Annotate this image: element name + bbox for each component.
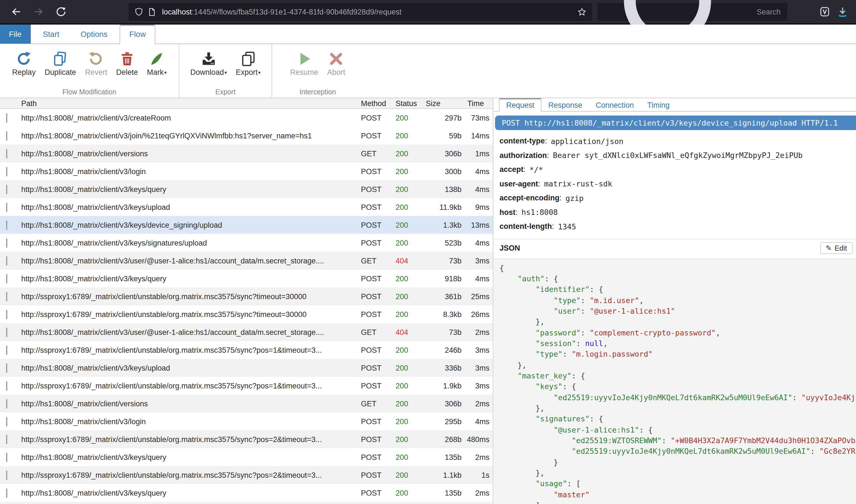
reload-button[interactable] (51, 2, 70, 21)
flow-size: 268b (420, 435, 462, 444)
flow-size: 1.1kb (420, 471, 462, 479)
menu-bar: FileStartOptionsFlow (0, 24, 856, 44)
abort-button[interactable]: Abort (327, 51, 345, 76)
flow-status: 200 (391, 453, 420, 461)
flow-size: 918b (420, 274, 462, 283)
flow-row[interactable]: http://hs1:8008/_matrix/client/v3/user/@… (0, 323, 493, 341)
tab-response[interactable]: Response (542, 100, 589, 111)
flow-type-icon (6, 238, 7, 248)
column-header-size[interactable]: Size (420, 99, 462, 107)
flow-row[interactable]: http://hs1:8008/_matrix/client/v3/keys/u… (0, 198, 493, 216)
forward-button[interactable] (29, 2, 48, 21)
flow-status: 200 (391, 203, 420, 211)
tab-timing[interactable]: Timing (640, 100, 677, 111)
flow-size: 1.3kb (420, 221, 462, 229)
flow-row[interactable]: http://hs1:8008/_matrix/client/v3/loginP… (0, 412, 493, 430)
request-line[interactable]: POST http://hs1:8008/_matrix/client/v3/k… (495, 115, 856, 130)
header-line: accept-encoding:gzip (499, 191, 856, 205)
menu-item-flow[interactable]: Flow (120, 24, 155, 44)
flow-row[interactable]: http://hs1:8008/_matrix/client/versionsG… (0, 395, 493, 412)
json-line: } (499, 457, 856, 468)
json-line: "usage": [ (499, 479, 856, 489)
flow-path: http://hs1:8008/_matrix/client/versions (21, 149, 357, 158)
flow-row[interactable]: http://hs1:8008/_matrix/client/v3/keys/s… (0, 234, 493, 252)
flow-row[interactable]: http://hs1:8008/_matrix/client/v3/keys/q… (0, 448, 493, 466)
flow-row[interactable]: http://hs1:8008/_matrix/client/v3/user/@… (0, 252, 493, 270)
menu-item-start[interactable]: Start (34, 24, 68, 43)
flow-rows: http://hs1:8008/_matrix/client/v3/create… (0, 109, 493, 504)
flow-type-icon (6, 363, 7, 373)
flow-row[interactable]: http://hs1:8008/_matrix/client/v3/join/%… (0, 127, 493, 145)
flow-status: 404 (391, 256, 420, 265)
flow-row[interactable]: http://hs1:8008/_matrix/client/versionsG… (0, 145, 493, 162)
flow-method: POST (357, 417, 391, 426)
flow-path: http://hs1:8008/_matrix/client/v3/keys/q… (21, 453, 357, 461)
download-button[interactable]: Download▾ (190, 51, 227, 76)
flow-method: POST (357, 489, 391, 497)
flow-method: POST (357, 239, 391, 247)
export-button[interactable]: Export▾ (236, 51, 261, 76)
screen: localhost:1445/#/flows/fba5f13d-91e1-437… (0, 0, 856, 504)
edit-label: Edit (835, 244, 847, 252)
abort-label: Abort (327, 68, 345, 76)
menu-item-options[interactable]: Options (71, 24, 117, 43)
flow-row[interactable]: http://ssproxy1:6789/_matrix/client/unst… (0, 377, 493, 395)
header-value: 1345 (558, 222, 576, 231)
flow-size: 8.3kb (420, 310, 462, 319)
extension-shield-icon[interactable] (819, 6, 830, 17)
duplicate-button[interactable]: Duplicate (45, 51, 76, 76)
duplicate-label: Duplicate (45, 68, 76, 76)
header-value: matrix-rust-sdk (544, 179, 612, 188)
flow-row[interactable]: http://hs1:8008/_matrix/client/v3/keys/q… (0, 180, 493, 198)
revert-button[interactable]: Revert (85, 51, 107, 76)
column-header-path[interactable]: Path (21, 99, 357, 107)
flow-row[interactable]: http://hs1:8008/_matrix/client/v3/create… (0, 109, 493, 127)
flow-row-selected[interactable]: http://hs1:8008/_matrix/client/v3/keys/d… (0, 216, 493, 234)
json-line: "type": "m.login.password" (499, 349, 856, 360)
flow-path: http://hs1:8008/_matrix/client/v3/user/@… (21, 256, 357, 265)
downloads-icon[interactable] (837, 6, 848, 17)
flow-row[interactable]: http://hs1:8008/_matrix/client/v3/keys/q… (0, 270, 493, 287)
flow-time: 14ms (462, 131, 493, 140)
column-header-time[interactable]: Time (462, 99, 493, 107)
shield-icon[interactable] (134, 7, 143, 16)
flow-time: 25ms (462, 292, 493, 301)
column-header-status[interactable]: Status (391, 99, 420, 107)
flow-type-icon (6, 184, 7, 194)
resume-button[interactable]: Resume (290, 51, 318, 76)
flow-size: 361b (420, 292, 462, 301)
flow-row[interactable] (0, 502, 493, 504)
page-permissions-icon[interactable] (147, 7, 156, 16)
mark-button[interactable]: Mark▾ (147, 51, 167, 76)
flow-method: POST (357, 203, 391, 211)
flow-path: http://ssproxy1:6789/_matrix/client/unst… (21, 346, 357, 354)
flow-row[interactable]: http://ssproxy1:6789/_matrix/client/unst… (0, 341, 493, 359)
column-header-method[interactable]: Method (357, 99, 391, 107)
edit-icon: ✎ (825, 244, 832, 252)
flow-row[interactable]: http://ssproxy1:6789/_matrix/client/unst… (0, 305, 493, 323)
back-button[interactable] (7, 2, 26, 21)
detail-tabs: RequestResponseConnectionTiming (494, 98, 856, 112)
browser-search[interactable]: Search (597, 3, 787, 21)
mark-icon (149, 51, 164, 67)
flow-row[interactable]: http://hs1:8008/_matrix/client/v3/keys/q… (0, 484, 493, 502)
edit-button[interactable]: ✎ Edit (820, 242, 853, 254)
json-line: "type": "m.id.user", (499, 295, 856, 306)
header-value: hs1:8008 (521, 208, 558, 217)
flow-row[interactable]: http://ssproxy1:6789/_matrix/client/unst… (0, 466, 493, 484)
flow-time: 4ms (462, 167, 493, 176)
replay-button[interactable]: Replay (12, 51, 36, 76)
url-bar[interactable]: localhost:1445/#/flows/fba5f13d-91e1-437… (129, 3, 592, 21)
delete-button[interactable]: Delete (116, 51, 138, 76)
flow-time: 73ms (462, 113, 493, 122)
menu-item-file[interactable]: File (0, 24, 31, 43)
flow-row[interactable]: http://ssproxy1:6789/_matrix/client/unst… (0, 430, 493, 448)
flow-row[interactable]: http://ssproxy1:6789/_matrix/client/unst… (0, 287, 493, 305)
url-host: localhost (162, 7, 192, 16)
flow-row[interactable]: http://hs1:8008/_matrix/client/v3/loginP… (0, 162, 493, 180)
tab-request[interactable]: Request (499, 98, 542, 112)
tab-connection[interactable]: Connection (589, 100, 640, 111)
flow-row[interactable]: http://hs1:8008/_matrix/client/v3/keys/u… (0, 359, 493, 377)
flow-status: 200 (391, 399, 420, 408)
bookmark-star-icon[interactable] (577, 7, 587, 16)
